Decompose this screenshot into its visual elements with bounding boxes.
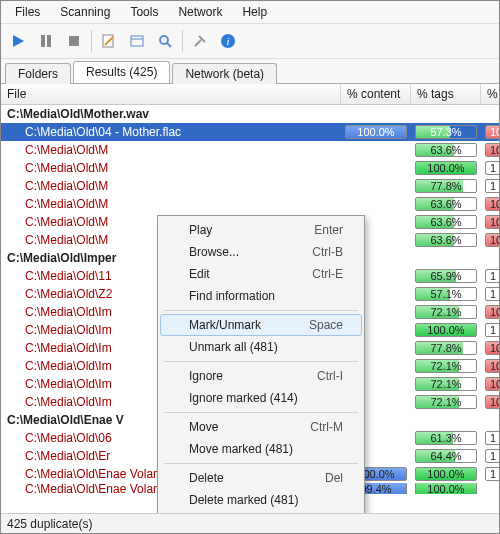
cell-tags: 63.6% — [411, 215, 481, 229]
progress-bar: 10 — [485, 341, 499, 355]
svg-rect-5 — [131, 36, 143, 46]
cell-file: C:\Media\Old\M — [1, 197, 341, 211]
table-row[interactable]: C:\Media\Old\M77.8%1 — [1, 177, 499, 195]
search-icon[interactable] — [152, 28, 178, 54]
cell-pre: 10 — [481, 359, 499, 373]
cell-pre: 1 — [481, 269, 499, 283]
group-header[interactable]: C:\Media\Old\Mother.wav — [1, 105, 499, 123]
context-menu-item[interactable]: Ignore marked (414) — [160, 387, 362, 409]
cell-tags: 77.8% — [411, 341, 481, 355]
cell-pre: 10 — [481, 305, 499, 319]
cell-pre: 1 — [481, 161, 499, 175]
tab-folders[interactable]: Folders — [5, 63, 71, 84]
col-content[interactable]: % content — [341, 84, 411, 104]
cell-tags: 72.1% — [411, 305, 481, 319]
table-row[interactable]: C:\Media\Old\M63.6%10 — [1, 195, 499, 213]
context-menu-item[interactable]: Browse...Ctrl-B — [160, 241, 362, 263]
cell-pre: 1 — [481, 467, 499, 481]
play-button[interactable] — [5, 28, 31, 54]
menu-files[interactable]: Files — [5, 3, 50, 21]
tab-network[interactable]: Network (beta) — [172, 63, 277, 84]
progress-bar: 10 — [485, 395, 499, 409]
progress-bar: 64.4% — [415, 449, 477, 463]
progress-bar: 10 — [485, 377, 499, 391]
cell-pre: 1 — [481, 179, 499, 193]
context-menu-item[interactable]: MoveCtrl-M — [160, 416, 362, 438]
progress-bar: 100.0% — [415, 467, 477, 481]
cell-tags: 77.8% — [411, 179, 481, 193]
context-menu-item[interactable]: Mark/UnmarkSpace — [160, 314, 362, 336]
cell-tags: 63.6% — [411, 197, 481, 211]
menu-hotkey: Enter — [314, 223, 343, 237]
cell-tags: 57.3% — [411, 125, 481, 139]
progress-bar: 72.1% — [415, 395, 477, 409]
results-list: File % content % tags % pre C:\Media\Old… — [1, 84, 499, 513]
context-menu-item[interactable]: Delete marked (481) — [160, 489, 362, 511]
menu-label: Delete — [189, 471, 224, 485]
progress-bar: 10 — [485, 359, 499, 373]
pause-button[interactable] — [33, 28, 59, 54]
menu-separator — [164, 463, 358, 464]
progress-bar: 63.6% — [415, 215, 477, 229]
cell-file: C:\Media\Old\04 - Mother.flac — [1, 125, 341, 139]
stop-button[interactable] — [61, 28, 87, 54]
column-headers: File % content % tags % pre — [1, 84, 499, 105]
menu-label: Browse... — [189, 245, 239, 259]
cell-pre: 10 — [481, 197, 499, 211]
context-menu-item[interactable]: IgnoreCtrl-I — [160, 365, 362, 387]
tab-results[interactable]: Results (425) — [73, 61, 170, 83]
menu-label: Find information — [189, 289, 275, 303]
progress-bar: 63.6% — [415, 233, 477, 247]
context-menu-item[interactable]: Find information — [160, 285, 362, 307]
edit-icon[interactable] — [96, 28, 122, 54]
menu-scanning[interactable]: Scanning — [50, 3, 120, 21]
table-row[interactable]: C:\Media\Old\M63.6%10 — [1, 141, 499, 159]
context-menu-item[interactable]: PlayEnter — [160, 219, 362, 241]
col-tags[interactable]: % tags — [411, 84, 481, 104]
menu-tools[interactable]: Tools — [120, 3, 168, 21]
info-icon[interactable]: i — [215, 28, 241, 54]
progress-bar: 1 — [485, 467, 499, 481]
menu-network[interactable]: Network — [168, 3, 232, 21]
progress-bar: 10 — [485, 305, 499, 319]
table-row[interactable]: C:\Media\Old\04 - Mother.flac100.0%57.3%… — [1, 123, 499, 141]
svg-rect-3 — [69, 36, 79, 46]
progress-bar: 57.3% — [415, 125, 477, 139]
menu-separator — [164, 361, 358, 362]
status-bar: 425 duplicate(s) — [1, 513, 499, 533]
menu-label: Ignore — [189, 369, 223, 383]
cell-pre: 10 — [481, 341, 499, 355]
menu-hotkey: Del — [325, 471, 343, 485]
col-pre[interactable]: % pre — [481, 84, 499, 104]
context-menu-item[interactable]: Unmark all (481) — [160, 336, 362, 358]
cell-file: C:\Media\Old\M — [1, 143, 341, 157]
svg-line-8 — [167, 43, 171, 47]
progress-bar: 1 — [485, 161, 499, 175]
table-row[interactable]: C:\Media\Old\M100.0%1 — [1, 159, 499, 177]
cell-pre: 10 — [481, 215, 499, 229]
menubar: Files Scanning Tools Network Help — [1, 1, 499, 24]
cell-pre: 10 — [481, 143, 499, 157]
menu-label: Move marked (481) — [189, 442, 293, 456]
context-menu-item[interactable]: Move marked (481) — [160, 438, 362, 460]
cell-tags: 100.0% — [411, 467, 481, 481]
col-file[interactable]: File — [1, 84, 341, 104]
progress-bar: 10 — [485, 233, 499, 247]
progress-bar: 61.3% — [415, 431, 477, 445]
context-menu-item[interactable]: DeleteDel — [160, 467, 362, 489]
menu-help[interactable]: Help — [232, 3, 277, 21]
progress-bar: 1 — [485, 179, 499, 193]
svg-rect-1 — [41, 35, 45, 47]
context-menu-item[interactable]: EditCtrl-E — [160, 263, 362, 285]
menu-label: Delete marked (481) — [189, 493, 298, 507]
cell-tags: 100.0% — [411, 323, 481, 337]
menu-hotkey: Ctrl-M — [310, 420, 343, 434]
tools-icon[interactable] — [187, 28, 213, 54]
progress-bar: 10 — [485, 215, 499, 229]
cell-pre: 1 — [481, 323, 499, 337]
menu-label: Play — [189, 223, 212, 237]
window-icon[interactable] — [124, 28, 150, 54]
progress-bar: 1 — [485, 449, 499, 463]
cell-file: C:\Media\Old\M — [1, 161, 341, 175]
progress-bar: 100.0% — [415, 323, 477, 337]
